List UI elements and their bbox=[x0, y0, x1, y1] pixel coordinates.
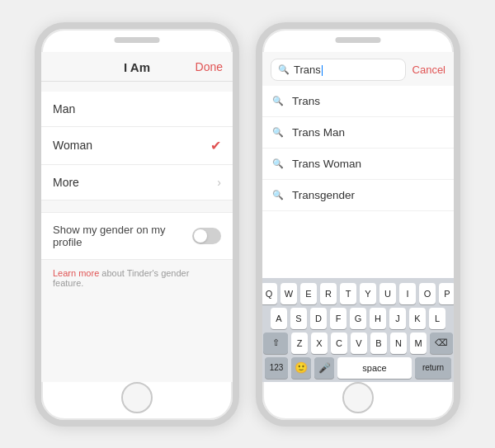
keyboard: Q W E R T Y U I O P A S D F G H J K bbox=[262, 278, 454, 382]
suggestion-item-trans[interactable]: 🔍 Trans bbox=[262, 86, 454, 117]
key-q[interactable]: Q bbox=[262, 283, 277, 304]
nav-title: I Am bbox=[124, 60, 150, 74]
home-button[interactable] bbox=[121, 382, 153, 413]
return-key[interactable]: return bbox=[415, 357, 451, 379]
key-y[interactable]: Y bbox=[360, 283, 376, 304]
key-h[interactable]: H bbox=[370, 308, 386, 329]
gender-item-woman[interactable]: Woman ✔ bbox=[41, 127, 233, 165]
key-k[interactable]: K bbox=[409, 308, 426, 329]
key-i[interactable]: I bbox=[399, 283, 416, 304]
emoji-key[interactable]: 🙂 bbox=[291, 357, 311, 379]
done-button[interactable]: Done bbox=[196, 60, 223, 73]
left-screen: I Am Done Man Woman ✔ More › Show my gen… bbox=[41, 52, 233, 382]
suggestion-text-transgender: Transgender bbox=[292, 189, 355, 201]
show-gender-toggle[interactable] bbox=[192, 228, 221, 244]
space-key[interactable]: space bbox=[337, 357, 412, 379]
learn-more-link[interactable]: Learn more bbox=[53, 268, 99, 278]
suggestion-item-transgender[interactable]: 🔍 Transgender bbox=[262, 180, 454, 211]
learn-more-text: Learn more about Tinder's gender feature… bbox=[41, 260, 233, 296]
nav-bar: I Am Done bbox=[41, 52, 233, 82]
right-phone: 🔍 Trans Cancel 🔍 Trans 🔍 Trans Man 🔍 Tra… bbox=[256, 22, 460, 427]
key-x[interactable]: X bbox=[311, 332, 328, 354]
left-phone: I Am Done Man Woman ✔ More › Show my gen… bbox=[35, 22, 239, 427]
cursor bbox=[322, 65, 323, 76]
suggestion-list: 🔍 Trans 🔍 Trans Man 🔍 Trans Woman 🔍 Tran… bbox=[262, 86, 454, 278]
home-button-right[interactable] bbox=[342, 382, 374, 413]
key-s[interactable]: S bbox=[290, 308, 307, 329]
suggestion-text-trans: Trans bbox=[292, 95, 320, 107]
suggestion-item-trans-woman[interactable]: 🔍 Trans Woman bbox=[262, 149, 454, 180]
right-screen: 🔍 Trans Cancel 🔍 Trans 🔍 Trans Man 🔍 Tra… bbox=[262, 52, 454, 382]
search-value: Trans bbox=[294, 64, 321, 76]
key-p[interactable]: P bbox=[439, 283, 454, 304]
key-d[interactable]: D bbox=[310, 308, 327, 329]
key-m[interactable]: M bbox=[410, 332, 427, 354]
gender-label-more: More bbox=[53, 176, 79, 189]
suggestion-item-trans-man[interactable]: 🔍 Trans Man bbox=[262, 117, 454, 149]
search-bar-row: 🔍 Trans Cancel bbox=[262, 52, 454, 86]
gender-label-woman: Woman bbox=[53, 139, 92, 152]
delete-key[interactable]: ⌫ bbox=[430, 332, 453, 354]
key-e[interactable]: E bbox=[300, 283, 317, 304]
toggle-label: Show my gender on my profile bbox=[53, 224, 192, 248]
search-icon-suggestion: 🔍 bbox=[272, 96, 284, 106]
key-g[interactable]: G bbox=[350, 308, 366, 329]
key-c[interactable]: C bbox=[331, 332, 347, 354]
key-l[interactable]: L bbox=[429, 308, 446, 329]
search-icon: 🔍 bbox=[278, 64, 290, 75]
gender-item-more[interactable]: More › bbox=[41, 165, 233, 200]
keyboard-bottom-row: 123 🙂 🎤 space return bbox=[266, 357, 450, 379]
search-input[interactable]: Trans bbox=[294, 64, 398, 76]
key-a[interactable]: A bbox=[271, 308, 287, 329]
gender-label-man: Man bbox=[53, 102, 75, 116]
chevron-right-icon: › bbox=[217, 176, 221, 189]
cancel-button[interactable]: Cancel bbox=[412, 64, 446, 76]
key-t[interactable]: T bbox=[340, 283, 356, 304]
shift-key[interactable]: ⇧ bbox=[263, 332, 288, 354]
checkmark-icon: ✔ bbox=[210, 138, 221, 153]
num-key[interactable]: 123 bbox=[265, 357, 288, 379]
keyboard-row-2: A S D F G H J K L bbox=[266, 308, 450, 329]
gender-item-man[interactable]: Man bbox=[41, 92, 233, 127]
keyboard-row-1: Q W E R T Y U I O P bbox=[266, 283, 450, 304]
search-input-wrap[interactable]: 🔍 Trans bbox=[271, 59, 406, 81]
suggestion-text-trans-woman: Trans Woman bbox=[292, 158, 361, 170]
key-o[interactable]: O bbox=[419, 283, 436, 304]
key-r[interactable]: R bbox=[320, 283, 337, 304]
search-icon-suggestion: 🔍 bbox=[272, 127, 284, 138]
gender-list: Man Woman ✔ More › bbox=[41, 92, 233, 200]
key-f[interactable]: F bbox=[330, 308, 346, 329]
keyboard-row-3: ⇧ Z X C V B N M ⌫ bbox=[266, 332, 450, 354]
key-n[interactable]: N bbox=[390, 332, 407, 354]
key-j[interactable]: J bbox=[389, 308, 406, 329]
search-icon-suggestion: 🔍 bbox=[272, 158, 284, 169]
search-icon-suggestion: 🔍 bbox=[272, 190, 284, 200]
key-z[interactable]: Z bbox=[291, 332, 308, 354]
show-gender-toggle-row: Show my gender on my profile bbox=[41, 212, 233, 260]
key-b[interactable]: B bbox=[370, 332, 387, 354]
key-u[interactable]: U bbox=[380, 283, 396, 304]
suggestion-text-trans-man: Trans Man bbox=[292, 126, 345, 139]
key-v[interactable]: V bbox=[351, 332, 367, 354]
key-w[interactable]: W bbox=[280, 283, 297, 304]
mic-key[interactable]: 🎤 bbox=[314, 357, 334, 379]
